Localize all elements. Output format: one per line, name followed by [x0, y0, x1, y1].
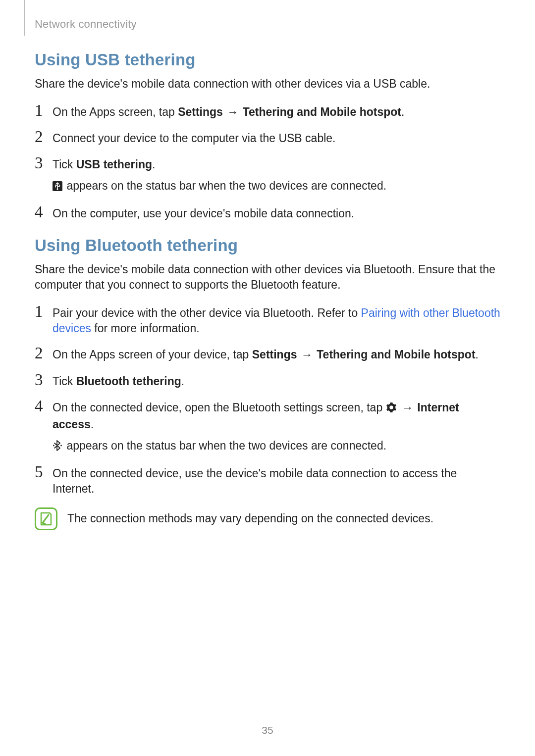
s2-step-3: 3 Tick Bluetooth tethering. [35, 372, 500, 389]
s2-step-1: 1 Pair your device with the other device… [35, 303, 500, 336]
label-tether-hotspot: Tethering and Mobile hotspot [243, 105, 401, 118]
note-row: The connection methods may vary dependin… [35, 507, 500, 530]
note-text: The connection methods may vary dependin… [67, 512, 433, 525]
s2-step-2: 2 On the Apps screen of your device, tap… [35, 345, 500, 362]
step-body: On the Apps screen of your device, tap S… [53, 345, 500, 362]
lead-usb: Share the device's mobile data connectio… [35, 76, 500, 92]
s2-step-4: 4 On the connected device, open the Blue… [35, 398, 500, 455]
svg-point-3 [60, 445, 62, 446]
text: appears on the status bar when the two d… [63, 179, 386, 192]
label-tether-hotspot: Tethering and Mobile hotspot [317, 348, 475, 361]
text: Pair your device with the other device v… [53, 306, 361, 319]
text: for more information. [91, 322, 200, 335]
label-settings: Settings [178, 105, 223, 118]
svg-point-1 [56, 189, 58, 190]
s2-step-5: 5 On the connected device, use the devic… [35, 464, 500, 497]
s1-step-1: 1 On the Apps screen, tap Settings → Tet… [35, 102, 500, 120]
step-body: On the connected device, open the Blueto… [53, 398, 500, 455]
step-body: Pair your device with the other device v… [53, 303, 500, 336]
arrow: → [223, 105, 243, 118]
lead-bt: Share the device's mobile data connectio… [35, 262, 500, 293]
sub-line: appears on the status bar when the two d… [53, 178, 500, 195]
step-number: 3 [35, 155, 53, 171]
text: On the Apps screen, tap [53, 105, 178, 118]
step-number: 4 [35, 398, 53, 414]
text: On the Apps screen of your device, tap [53, 348, 252, 361]
text: . [152, 158, 155, 171]
step-body: On the connected device, use the device'… [53, 464, 500, 497]
crumb-divider [24, 0, 25, 36]
text: . [91, 418, 94, 431]
step-body: Tick Bluetooth tethering. [53, 372, 500, 389]
page-number: 35 [0, 724, 535, 736]
text: Tick [53, 158, 76, 171]
breadcrumb-wrap: Network connectivity [35, 18, 500, 36]
text: . [476, 348, 479, 361]
s1-step-2: 2 Connect your device to the computer vi… [35, 129, 500, 146]
sub-line: appears on the status bar when the two d… [53, 438, 500, 455]
text: appears on the status bar when the two d… [63, 439, 386, 452]
step-number: 4 [35, 204, 53, 220]
step-number: 5 [35, 464, 53, 480]
step-body: Tick USB tethering. appears on the statu… [53, 155, 500, 195]
note-icon [35, 507, 57, 530]
label-usb-tethering: USB tethering [76, 158, 152, 171]
heading-bt-tethering: Using Bluetooth tethering [35, 236, 500, 255]
step-number: 1 [35, 102, 53, 119]
gear-icon [386, 402, 397, 417]
step-number: 1 [35, 303, 53, 320]
step-number: 2 [35, 129, 53, 145]
usb-tether-icon [53, 180, 62, 195]
text: On the connected device, open the Blueto… [53, 401, 386, 414]
label-settings: Settings [252, 348, 297, 361]
text: Tick [53, 375, 76, 388]
svg-point-2 [53, 445, 54, 446]
arrow: → [297, 348, 317, 361]
step-body: Connect your device to the computer via … [53, 129, 500, 146]
step-number: 3 [35, 372, 53, 388]
heading-usb-tethering: Using USB tethering [35, 50, 500, 69]
step-body: On the computer, use your device's mobil… [53, 204, 500, 221]
text: . [401, 105, 404, 118]
bluetooth-active-icon [53, 440, 62, 455]
arrow: → [398, 401, 418, 414]
step-body: On the Apps screen, tap Settings → Tethe… [53, 102, 500, 120]
text: . [181, 375, 184, 388]
s1-step-3: 3 Tick USB tethering. appears on the sta… [35, 155, 500, 195]
document-page: Network connectivity Using USB tethering… [0, 0, 535, 756]
s1-step-4: 4 On the computer, use your device's mob… [35, 204, 500, 221]
step-number: 2 [35, 345, 53, 361]
label-bt-tethering: Bluetooth tethering [76, 375, 181, 388]
breadcrumb: Network connectivity [35, 18, 500, 31]
